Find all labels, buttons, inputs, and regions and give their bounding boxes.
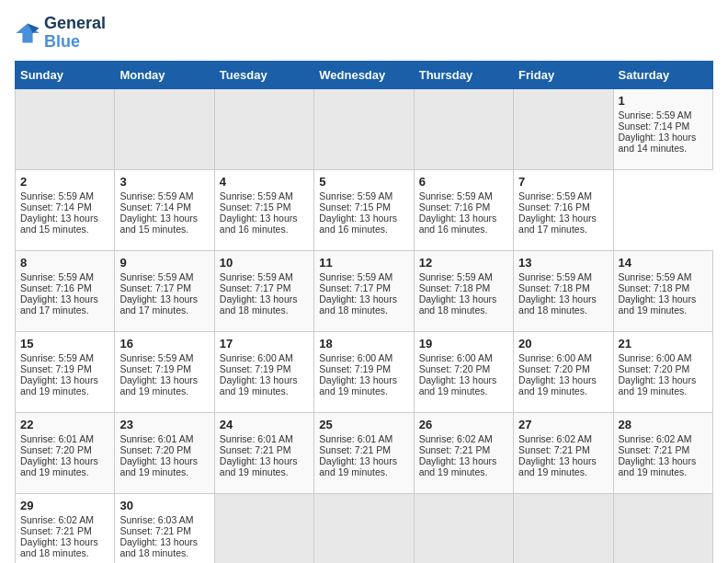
day-number: 18: [319, 337, 408, 350]
sunrise-label: Sunrise: 6:00 AM: [220, 352, 293, 363]
calendar-cell-day-11: 11 Sunrise: 5:59 AM Sunset: 7:17 PM Dayl…: [314, 250, 414, 331]
header-thursday: Thursday: [414, 61, 513, 88]
day-number: 10: [220, 256, 309, 270]
day-number: 28: [619, 418, 708, 431]
sunrise-label: Sunrise: 6:03 AM: [119, 514, 193, 525]
calendar-cell-day-18: 18 Sunrise: 6:00 AM Sunset: 7:19 PM Dayl…: [314, 331, 414, 412]
sunset-label: Sunset: 7:21 PM: [419, 444, 491, 455]
day-number: 14: [619, 256, 708, 270]
daylight-label: Daylight: 13 hours and 19 minutes.: [419, 374, 497, 396]
calendar-cell-day-6: 6 Sunrise: 5:59 AM Sunset: 7:16 PM Dayli…: [414, 169, 513, 250]
calendar-cell-day-22: 22 Sunrise: 6:01 AM Sunset: 7:20 PM Dayl…: [16, 412, 115, 493]
day-number: 17: [220, 337, 309, 350]
sunrise-label: Sunrise: 5:59 AM: [518, 190, 592, 201]
sunrise-label: Sunrise: 5:59 AM: [119, 190, 193, 201]
logo: GeneralBlue: [15, 15, 106, 52]
calendar-cell-day-8: 8 Sunrise: 5:59 AM Sunset: 7:16 PM Dayli…: [16, 250, 115, 331]
daylight-label: Daylight: 13 hours and 19 minutes.: [518, 455, 597, 477]
calendar-cell-day-19: 19 Sunrise: 6:00 AM Sunset: 7:20 PM Dayl…: [414, 331, 513, 412]
daylight-label: Daylight: 13 hours and 18 minutes.: [20, 536, 98, 558]
day-number: 3: [119, 175, 209, 189]
sunset-label: Sunset: 7:16 PM: [419, 201, 491, 213]
calendar-cell-day-13: 13 Sunrise: 5:59 AM Sunset: 7:18 PM Dayl…: [514, 250, 613, 331]
day-number: 26: [419, 418, 508, 431]
calendar-cell-empty: [414, 88, 513, 169]
sunset-label: Sunset: 7:21 PM: [20, 525, 92, 536]
day-number: 13: [518, 256, 608, 270]
daylight-label: Daylight: 13 hours and 17 minutes.: [119, 293, 198, 316]
calendar-cell-empty: [214, 493, 313, 563]
sunset-label: Sunset: 7:21 PM: [518, 444, 590, 455]
calendar-cell-day-28: 28 Sunrise: 6:02 AM Sunset: 7:21 PM Dayl…: [613, 412, 712, 493]
sunrise-label: Sunrise: 6:01 AM: [20, 433, 94, 444]
day-number: 9: [119, 256, 209, 270]
sunset-label: Sunset: 7:16 PM: [518, 201, 590, 213]
daylight-label: Daylight: 13 hours and 16 minutes.: [419, 213, 497, 235]
daylight-label: Daylight: 13 hours and 18 minutes.: [319, 293, 397, 316]
sunset-label: Sunset: 7:20 PM: [518, 363, 590, 374]
daylight-label: Daylight: 13 hours and 18 minutes.: [119, 536, 198, 558]
sunset-label: Sunset: 7:14 PM: [619, 121, 690, 132]
calendar-cell-day-17: 17 Sunrise: 6:00 AM Sunset: 7:19 PM Dayl…: [214, 331, 313, 412]
sunrise-label: Sunrise: 6:01 AM: [119, 433, 193, 444]
calendar-cell-empty: [314, 88, 414, 169]
logo-text: GeneralBlue: [44, 15, 106, 52]
sunset-label: Sunset: 7:19 PM: [20, 363, 92, 374]
calendar-week-6: 29 Sunrise: 6:02 AM Sunset: 7:21 PM Dayl…: [16, 493, 713, 563]
sunset-label: Sunset: 7:14 PM: [119, 201, 191, 213]
sunrise-label: Sunrise: 5:59 AM: [220, 271, 293, 282]
sunset-label: Sunset: 7:19 PM: [220, 363, 291, 374]
daylight-label: Daylight: 13 hours and 14 minutes.: [619, 132, 697, 154]
calendar-cell-empty: [16, 88, 115, 169]
calendar-cell-empty: [514, 493, 613, 563]
calendar-cell-empty: [214, 88, 313, 169]
daylight-label: Daylight: 13 hours and 19 minutes.: [119, 455, 198, 477]
header-friday: Friday: [514, 61, 613, 88]
daylight-label: Daylight: 13 hours and 18 minutes.: [518, 293, 597, 316]
sunset-label: Sunset: 7:21 PM: [319, 444, 391, 455]
calendar-cell-day-5: 5 Sunrise: 5:59 AM Sunset: 7:15 PM Dayli…: [314, 169, 414, 250]
calendar-cell-day-25: 25 Sunrise: 6:01 AM Sunset: 7:21 PM Dayl…: [314, 412, 414, 493]
sunset-label: Sunset: 7:14 PM: [20, 201, 92, 213]
calendar-cell-empty: [115, 88, 214, 169]
sunset-label: Sunset: 7:20 PM: [20, 444, 92, 455]
day-number: 15: [20, 337, 109, 350]
calendar-cell-day-20: 20 Sunrise: 6:00 AM Sunset: 7:20 PM Dayl…: [514, 331, 613, 412]
calendar-week-1: 1 Sunrise: 5:59 AM Sunset: 7:14 PM Dayli…: [16, 88, 713, 169]
sunrise-label: Sunrise: 5:59 AM: [419, 190, 493, 201]
day-number: 21: [619, 337, 708, 350]
day-number: 20: [518, 337, 608, 350]
sunset-label: Sunset: 7:21 PM: [619, 444, 690, 455]
calendar-body: 1 Sunrise: 5:59 AM Sunset: 7:14 PM Dayli…: [16, 88, 713, 563]
sunrise-label: Sunrise: 5:59 AM: [518, 271, 592, 282]
sunset-label: Sunset: 7:20 PM: [419, 363, 491, 374]
sunset-label: Sunset: 7:20 PM: [119, 444, 191, 455]
svg-marker-0: [16, 23, 39, 42]
day-number: 4: [220, 175, 309, 189]
day-number: 30: [119, 499, 209, 512]
sunrise-label: Sunrise: 5:59 AM: [419, 271, 493, 282]
header-tuesday: Tuesday: [214, 61, 313, 88]
daylight-label: Daylight: 13 hours and 19 minutes.: [20, 374, 98, 396]
daylight-label: Daylight: 13 hours and 19 minutes.: [220, 374, 298, 396]
header-monday: Monday: [115, 61, 214, 88]
header-saturday: Saturday: [613, 61, 712, 88]
header-sunday: Sunday: [16, 61, 115, 88]
calendar-cell-day-15: 15 Sunrise: 5:59 AM Sunset: 7:19 PM Dayl…: [16, 331, 115, 412]
sunset-label: Sunset: 7:15 PM: [319, 201, 391, 213]
day-number: 19: [419, 337, 508, 350]
day-number: 6: [419, 175, 508, 189]
day-number: 12: [419, 256, 508, 270]
calendar-cell-day-30: 30 Sunrise: 6:03 AM Sunset: 7:21 PM Dayl…: [115, 493, 214, 563]
calendar-cell-day-27: 27 Sunrise: 6:02 AM Sunset: 7:21 PM Dayl…: [514, 412, 613, 493]
sunrise-label: Sunrise: 5:59 AM: [319, 190, 392, 201]
sunset-label: Sunset: 7:17 PM: [220, 282, 291, 293]
daylight-label: Daylight: 13 hours and 19 minutes.: [220, 455, 298, 477]
day-number: 1: [619, 94, 708, 108]
calendar-cell-day-1: 1 Sunrise: 5:59 AM Sunset: 7:14 PM Dayli…: [613, 88, 712, 169]
calendar-cell-day-29: 29 Sunrise: 6:02 AM Sunset: 7:21 PM Dayl…: [16, 493, 115, 563]
sunset-label: Sunset: 7:15 PM: [220, 201, 291, 213]
day-number: 23: [119, 418, 209, 431]
calendar-week-5: 22 Sunrise: 6:01 AM Sunset: 7:20 PM Dayl…: [16, 412, 713, 493]
sunrise-label: Sunrise: 6:00 AM: [419, 352, 493, 363]
